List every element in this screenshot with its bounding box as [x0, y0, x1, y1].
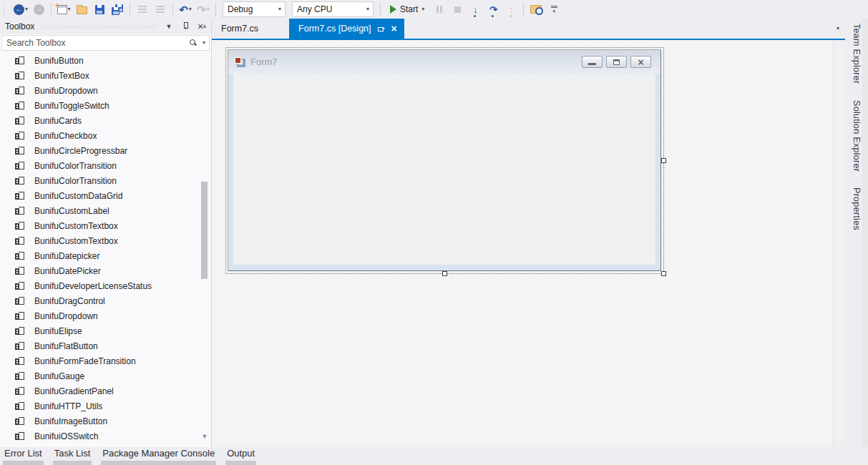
form-title-bar[interactable]: Form7 [228, 50, 660, 74]
toolbox-item[interactable]: BunifuCustomDataGrid [0, 188, 210, 203]
toolbox-item[interactable]: BunifuGradientPanel [0, 383, 210, 398]
toolbox-item-label: BunifuCircleProgressbar [34, 146, 127, 156]
toolbox-item[interactable]: BunifuDragControl [0, 293, 210, 308]
bottom-panel-tab[interactable]: Task List [53, 447, 92, 465]
resize-handle-right[interactable] [661, 158, 666, 163]
toolbox-search-box[interactable] [1, 35, 210, 51]
toolbar-separator [130, 3, 130, 16]
pin-button[interactable] [179, 22, 190, 31]
save-button[interactable] [92, 1, 107, 17]
form-client-area[interactable] [233, 74, 655, 265]
undo-button[interactable] [177, 1, 193, 17]
designed-form[interactable]: Form7 [228, 49, 661, 271]
toolbox-scrollbar[interactable] [200, 19, 209, 447]
scroll-up-icon[interactable] [200, 23, 209, 29]
toolbox-item-label: BunifuCustomLabel [34, 206, 109, 216]
toolbox-item[interactable]: BunifuDeveloperLicenseStatus [0, 278, 210, 293]
toolbox-item[interactable]: BunifuCheckbox [0, 128, 210, 143]
toolbox-item-label: BunifuHTTP_Utils [34, 401, 102, 411]
right-panel-tab[interactable]: Solution Explorer [852, 99, 862, 173]
toolbox-item[interactable]: BunifuGauge [0, 368, 210, 383]
component-icon [15, 312, 24, 320]
bottom-panel-tab[interactable]: Package Manager Console [101, 447, 216, 465]
toolbox-item[interactable]: BunifuDatePicker [0, 263, 210, 278]
toolbox-drag-grip[interactable] [40, 25, 157, 29]
scroll-down-icon[interactable] [200, 434, 209, 440]
toolbox-item[interactable]: BunifuCustomTextbox [0, 233, 210, 248]
toolbox-item[interactable]: BunifuCustomTextbox [0, 218, 210, 233]
step-over-button[interactable]: ↷ [485, 1, 501, 17]
component-icon [15, 282, 24, 290]
solution-configuration-dropdown[interactable]: Debug [223, 1, 286, 17]
tab-form7-cs-design[interactable]: Form7.cs [Design] [289, 19, 404, 39]
pause-icon [437, 6, 442, 13]
step-out-button: ↑ [503, 1, 519, 17]
bottom-panel-tab[interactable]: Output [225, 447, 256, 465]
form-minimize-button[interactable] [582, 56, 603, 68]
form-selection-bounds[interactable]: Form7 [225, 47, 664, 274]
toolbox-item[interactable]: BunifuTextBox [0, 68, 210, 83]
toolbar-grip[interactable] [4, 4, 6, 15]
toolbox-item[interactable]: BunifuToggleSwitch [0, 98, 210, 113]
toolbox-item[interactable]: BunifuButton [0, 53, 210, 68]
window-position-button[interactable]: ▼ [163, 23, 175, 30]
open-file-button[interactable] [74, 1, 89, 17]
toolbox-item-label: BunifuCheckbox [34, 131, 97, 141]
toolbox-item[interactable]: BunifuCustomLabel [0, 203, 210, 218]
pin-tab-icon[interactable] [378, 25, 385, 33]
toolbox-item[interactable]: BunifuDropdown [0, 83, 210, 98]
forward-icon [34, 4, 44, 15]
toolbox-item[interactable]: BunifuColorTransition [0, 158, 210, 173]
form-close-button[interactable] [630, 56, 651, 68]
toolbox-header[interactable]: Toolbox ▼ ✕ [0, 19, 211, 34]
navigate-forward-button[interactable] [31, 1, 47, 17]
save-all-button[interactable] [109, 1, 125, 17]
start-debugging-button[interactable]: Start [385, 1, 429, 17]
toolbox-item[interactable]: BunifuColorTransition [0, 173, 210, 188]
comment-out-button [135, 1, 150, 17]
toolbox-item[interactable]: BunifuDatepicker [0, 248, 210, 263]
form-maximize-button[interactable] [606, 56, 627, 68]
toolbox-item[interactable]: BunifuElipse [0, 323, 210, 338]
component-icon [15, 57, 24, 64]
toolbox-item[interactable]: BunifuiOSSwitch [0, 429, 210, 443]
right-panel-tab-strip: Team ExplorerSolution ExplorerProperties [845, 19, 868, 447]
component-icon [15, 252, 24, 260]
resize-handle-bottom[interactable] [442, 271, 447, 276]
right-panel-tab[interactable]: Properties [852, 186, 862, 232]
step-into-button[interactable]: ↓ [467, 1, 483, 17]
toolbox-item[interactable]: BunifuDropdown [0, 308, 210, 323]
pause-button [431, 1, 447, 17]
right-panel-tab[interactable]: Team Explorer [852, 22, 862, 86]
toolbox-item-label: BunifuGradientPanel [34, 386, 114, 396]
find-in-files-button[interactable] [528, 1, 544, 17]
editor-scrollbar[interactable] [833, 40, 845, 447]
designer-canvas[interactable]: Form7 [212, 40, 833, 447]
navigate-back-button[interactable] [13, 1, 29, 17]
toolbox-item[interactable]: BunifuImageButton [0, 413, 210, 429]
toolbox-item[interactable]: BunifuCircleProgressbar [0, 143, 210, 158]
start-label: Start [400, 4, 418, 14]
search-input[interactable] [2, 36, 189, 50]
toolbox-item-label: BunifuElipse [34, 326, 82, 336]
tab-form7-cs[interactable]: Form7.cs [212, 19, 268, 39]
document-list-dropdown-icon[interactable] [837, 25, 839, 31]
component-icon [15, 327, 24, 335]
toolbox-item[interactable]: BunifuFlatButton [0, 338, 210, 353]
bottom-panel-tab[interactable]: Error List [3, 447, 44, 465]
toolbar-options-button[interactable] [546, 1, 562, 17]
toolbox-item[interactable]: BunifuFormFadeTransition [0, 353, 210, 368]
component-icon [15, 177, 24, 185]
toolbar-separator [523, 3, 524, 16]
new-project-button[interactable] [56, 1, 72, 17]
scrollbar-thumb[interactable] [201, 182, 208, 279]
redo-button [195, 1, 211, 17]
close-tab-icon[interactable] [391, 24, 397, 34]
solution-platform-dropdown[interactable]: Any CPU [292, 1, 374, 17]
resize-handle-corner[interactable] [661, 271, 666, 276]
toolbox-item[interactable]: BunifuHTTP_Utils [0, 398, 210, 413]
toolbox-item[interactable]: BunifuCards [0, 113, 210, 128]
search-icon[interactable] [189, 39, 198, 47]
configuration-value: Debug [228, 4, 275, 14]
toolbar-separator [215, 3, 216, 16]
